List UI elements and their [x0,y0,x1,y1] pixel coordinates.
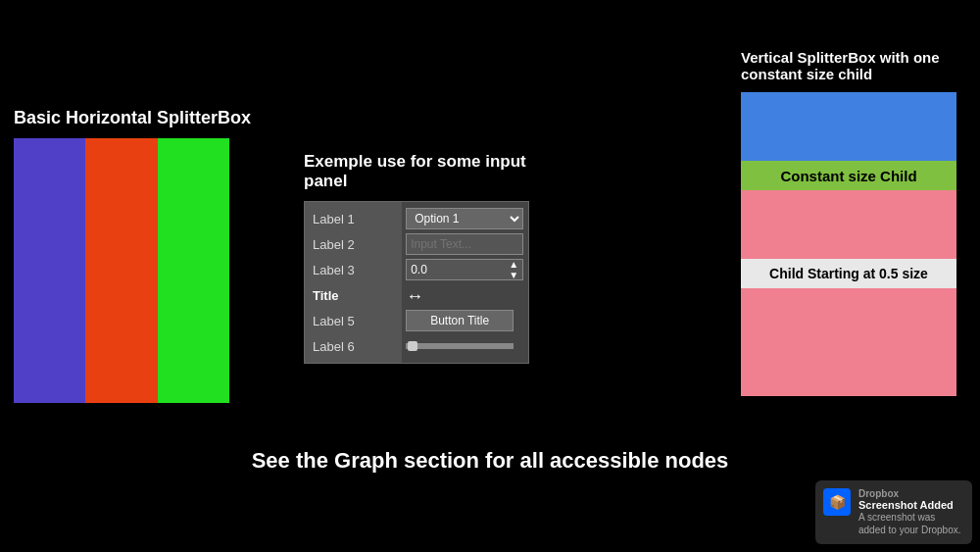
ctrl-row-5: Button Title [406,308,524,333]
slider-track[interactable] [406,343,514,349]
vertical-title: Vertical SplitterBox with one constant s… [741,49,966,82]
bottom-text-section: See the Graph section for all accessible… [0,448,980,474]
vsplit-panel-white: Child Starting at 0.5 size [741,259,956,288]
panel-green [158,138,229,403]
vsplit-panel-pink2 [741,288,956,396]
number-value: 0.0 [411,263,427,276]
input-text[interactable] [406,233,523,255]
label-title: Title [311,282,396,308]
input-labels: Label 1 Label 2 Label 3 Title Label 5 La… [305,202,402,363]
vsplit-panel-green: Constant size Child [741,161,956,190]
resize-area: ↔ [406,282,523,308]
horizontal-title: Basic Horizontal SplitterBox [14,108,251,128]
button-title[interactable]: Button Title [406,310,514,331]
dropbox-text: Dropbox Screenshot Added A screenshot wa… [858,488,964,536]
number-display: 0.0 ▲▼ [406,259,523,280]
constant-size-label: Constant size Child [780,168,916,184]
label-1: Label 1 [311,206,396,231]
option-select[interactable]: Option 1 Option 2 [406,208,523,229]
resize-icon: ↔ [406,286,423,307]
ctrl-row-3: 0.0 ▲▼ [406,257,524,282]
dropbox-icon: 📦 [823,488,851,516]
ctrl-row-4: ↔ [406,282,524,308]
child-size-label: Child Starting at 0.5 size [769,266,928,281]
dropbox-app-label: Dropbox [858,488,964,499]
vsplit-panel-pink1 [741,190,956,259]
dropbox-desc: A screenshot was added to your Dropbox. [858,511,964,536]
label-2: Label 2 [311,231,396,257]
number-arrows: ▲▼ [509,259,518,280]
input-panel: Label 1 Label 2 Label 3 Title Label 5 La… [304,201,529,364]
dropbox-logo: 📦 [829,494,846,510]
horizontal-splitter-box [14,138,229,403]
panel-blue [14,138,85,403]
label-3: Label 3 [311,257,396,282]
label-5: Label 5 [311,308,396,333]
bottom-text: See the Graph section for all accessible… [0,448,980,474]
vertical-splitter-box: Constant size Child Child Starting at 0.… [741,92,956,396]
ctrl-row-1: Option 1 Option 2 [406,206,524,231]
input-controls: Option 1 Option 2 0.0 ▲▼ ↔ Button Title [402,202,528,363]
label-6: Label 6 [311,333,396,359]
dropbox-notification: 📦 Dropbox Screenshot Added A screenshot … [815,480,972,544]
slider-thumb [408,341,417,351]
dropbox-title: Screenshot Added [858,499,964,511]
slider-row [406,335,523,357]
input-section-title: Exemple use for some input panel [304,152,568,191]
ctrl-row-2 [406,231,524,257]
panel-orange [85,138,157,403]
vsplit-panel-blue [741,92,956,161]
input-panel-section: Exemple use for some input panel Label 1… [304,152,568,364]
vertical-splitter-section: Vertical SplitterBox with one constant s… [741,49,966,396]
ctrl-row-6 [406,333,524,359]
horizontal-splitter-section: Basic Horizontal SplitterBox [14,108,251,403]
